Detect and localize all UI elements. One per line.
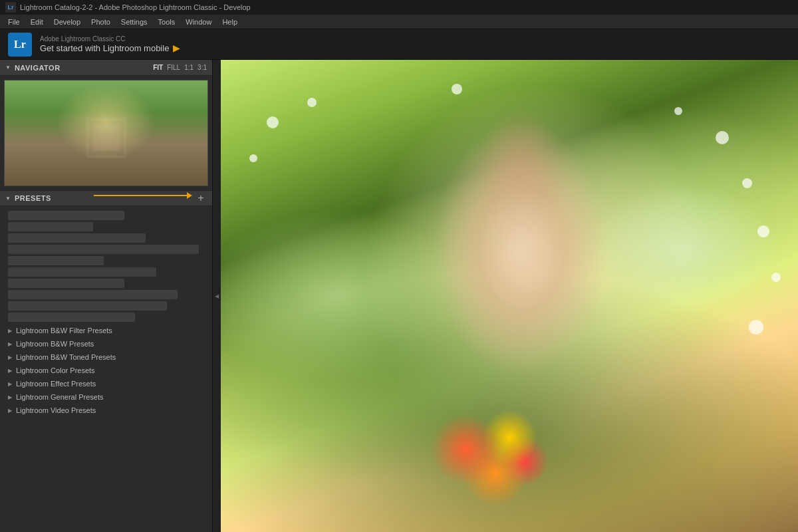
preset-folder-label: Lightroom Effect Presets [16, 380, 204, 388]
preset-folder-label: Lightroom B&W Toned Presets [16, 353, 204, 361]
presets-header[interactable]: ▼ Presets + [0, 190, 212, 206]
banner-promo[interactable]: Get started with Lightroom mobile ▶ [40, 43, 180, 53]
preset-folder-label: Lightroom B&W Filter Presets [16, 327, 204, 334]
preset-item-blurred [8, 279, 124, 288]
menu-photo[interactable]: Photo [86, 15, 116, 29]
blossom-decoration [716, 131, 729, 144]
preset-item-blurred [8, 313, 135, 322]
blossom-decoration [674, 107, 682, 115]
preset-folder-label: Lightroom General Presets [16, 393, 204, 401]
preset-item-blurred [8, 245, 199, 254]
preset-item-blurred [8, 233, 146, 243]
preset-folder-label: Lightroom B&W Presets [16, 340, 204, 348]
preset-item-blurred [8, 267, 156, 277]
image-area [221, 60, 798, 532]
folder-triangle-icon: ▶ [8, 394, 12, 400]
preset-folder-label: Lightroom Color Presets [16, 366, 204, 374]
navigator-thumbnail [4, 80, 208, 186]
blossom-decoration [757, 225, 769, 237]
presets-collapse-icon: ▼ [5, 196, 11, 201]
left-panel-collapse-handle[interactable] [213, 60, 221, 532]
blossom-decoration [742, 178, 752, 188]
menu-window[interactable]: Window [180, 15, 217, 29]
create-new-preset-button[interactable]: + [195, 192, 207, 204]
preset-folder-bw[interactable]: ▶ Lightroom B&W Presets [0, 337, 212, 350]
preset-item-blurred [8, 222, 93, 231]
blossom-decoration [307, 98, 317, 107]
menu-settings[interactable]: Settings [116, 15, 153, 29]
preset-item-blurred [8, 301, 167, 311]
menu-tools[interactable]: Tools [153, 15, 181, 29]
left-panel: ▼ Navigator FIT FILL 1:1 3:1 ▼ Presets [0, 60, 213, 532]
preset-item-blurred [8, 211, 124, 220]
presets-list[interactable]: ▶ Lightroom B&W Filter Presets ▶ Lightro… [0, 206, 212, 532]
menu-file[interactable]: File [3, 15, 25, 29]
blossom-decoration [249, 154, 257, 162]
app-icon: Lr [5, 2, 16, 13]
folder-triangle-icon: ▶ [8, 381, 12, 387]
preset-folder-bw-filter[interactable]: ▶ Lightroom B&W Filter Presets [0, 324, 212, 337]
navigator-preview [0, 76, 212, 190]
banner-arrow-icon[interactable]: ▶ [173, 43, 180, 53]
menu-edit[interactable]: Edit [25, 15, 49, 29]
navigator-collapse-icon: ▼ [5, 65, 11, 70]
presets-section: ▼ Presets + [0, 190, 212, 532]
preset-folder-effect[interactable]: ▶ Lightroom Effect Presets [0, 377, 212, 390]
menu-help[interactable]: Help [217, 15, 243, 29]
window-title: Lightroom Catalog-2-2 - Adobe Photoshop … [20, 3, 251, 11]
title-bar: Lr Lightroom Catalog-2-2 - Adobe Photosh… [0, 0, 798, 15]
preset-folder-general[interactable]: ▶ Lightroom General Presets [0, 390, 212, 404]
nav-btn-fit[interactable]: FIT [153, 64, 163, 71]
preset-item-blurred [8, 256, 104, 265]
top-banner: Lr Adobe Lightroom Classic CC Get starte… [0, 29, 798, 60]
nav-btn-1-1[interactable]: 1:1 [184, 64, 194, 71]
presets-title: Presets [15, 194, 195, 202]
folder-triangle-icon: ▶ [8, 368, 12, 374]
banner-promo-text: Get started with Lightroom mobile [40, 43, 169, 53]
blossom-decoration [267, 116, 279, 128]
blossom-decoration [771, 273, 781, 282]
navigator-section: ▼ Navigator FIT FILL 1:1 3:1 [0, 60, 212, 190]
navigator-zoom-buttons: FIT FILL 1:1 3:1 [153, 64, 207, 71]
preset-folder-video[interactable]: ▶ Lightroom Video Presets [0, 404, 212, 417]
main-layout: ▼ Navigator FIT FILL 1:1 3:1 ▼ Presets [0, 60, 798, 532]
folder-triangle-icon: ▶ [8, 341, 12, 347]
nav-btn-3-1[interactable]: 3:1 [198, 64, 207, 71]
banner-text: Adobe Lightroom Classic CC Get started w… [40, 35, 180, 53]
folder-triangle-icon: ▶ [8, 328, 12, 334]
lr-logo: Lr [8, 33, 32, 57]
preset-item-blurred [8, 290, 178, 299]
preset-folder-bw-toned[interactable]: ▶ Lightroom B&W Toned Presets [0, 350, 212, 364]
navigator-title: Navigator [15, 64, 153, 72]
navigator-header[interactable]: ▼ Navigator FIT FILL 1:1 3:1 [0, 60, 212, 76]
blossom-decoration [452, 84, 462, 94]
menu-bar: File Edit Develop Photo Settings Tools W… [0, 15, 798, 29]
blossom-decoration [749, 320, 763, 334]
preset-folder-label: Lightroom Video Presets [16, 406, 204, 414]
folder-triangle-icon: ▶ [8, 408, 12, 414]
banner-app-name: Adobe Lightroom Classic CC [40, 35, 180, 43]
folder-triangle-icon: ▶ [8, 354, 12, 360]
menu-develop[interactable]: Develop [49, 15, 86, 29]
preset-folder-color[interactable]: ▶ Lightroom Color Presets [0, 364, 212, 377]
main-photo [221, 60, 798, 532]
nav-btn-fill[interactable]: FILL [167, 64, 180, 71]
